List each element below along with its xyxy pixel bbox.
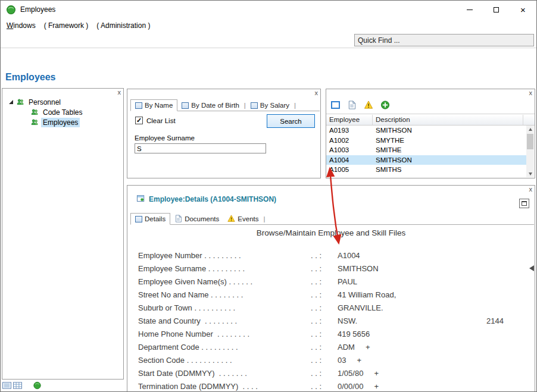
expander-icon[interactable] — [8, 99, 14, 105]
cell-description: SMITHSON — [373, 156, 526, 164]
tab-grid-icon — [135, 102, 142, 109]
field-value[interactable]: A1004 — [338, 251, 360, 260]
detail-field-row: Start Date (DDMMYY) . . . . . . .. . :1/… — [138, 369, 531, 382]
grid-icon[interactable] — [13, 381, 22, 390]
table-row[interactable]: A1006SMITHERS — [326, 175, 526, 178]
form-title: Browse/Maintain Employee and Skill Files — [127, 228, 535, 237]
detail-field-row: Suburb or Town . . . . . . . . . .. . :G… — [138, 303, 531, 316]
vertical-scrollbar[interactable] — [526, 126, 534, 177]
panel-close-icon[interactable]: x — [315, 89, 319, 96]
panel-close-icon[interactable]: x — [529, 186, 533, 193]
statusbar-icons — [2, 381, 42, 390]
field-value[interactable]: SMITHSON — [338, 264, 379, 273]
document-icon[interactable] — [347, 101, 357, 109]
splitter-collapse-icon[interactable] — [529, 265, 534, 271]
tree-item-personnel[interactable]: Personnel — [2, 97, 123, 107]
column-header-employee[interactable]: Employee — [326, 115, 373, 125]
tab-by-name[interactable]: By Name — [130, 99, 177, 111]
table-row-selected[interactable]: A1004SMITHSON — [326, 155, 526, 165]
keyboard-icon[interactable] — [2, 381, 11, 390]
page-title: Employees — [5, 72, 55, 83]
tab-events[interactable]: Events — [223, 213, 263, 224]
add-icon[interactable] — [380, 101, 390, 109]
table-row[interactable]: A0193SMITHSON — [326, 126, 526, 136]
field-value[interactable]: GRANVILLE. — [338, 303, 383, 312]
tab-details[interactable]: Details — [130, 213, 170, 225]
search-button[interactable]: Search — [267, 114, 315, 128]
field-label: Termination Date (DDMMYY) . . . . — [138, 382, 258, 391]
panel-close-icon[interactable]: x — [529, 89, 533, 96]
field-extra-value[interactable]: 2144 — [486, 316, 504, 325]
cell-description: SMITHSON — [373, 127, 526, 134]
menu-item-administration[interactable]: ( Administration ) — [92, 20, 154, 32]
panel-close-icon[interactable]: x — [118, 89, 121, 96]
cell-employee: A1003 — [326, 146, 373, 153]
prompt-plus-button[interactable]: + — [357, 356, 361, 365]
field-label: State and Country . . . . . . . . — [138, 316, 237, 325]
details-fields: Employee Number . . . . . . . . .. . :A1… — [138, 251, 531, 392]
field-separator: . . : — [311, 316, 321, 325]
green-app-icon[interactable] — [33, 381, 42, 390]
field-value[interactable]: 419 5656 — [338, 330, 370, 338]
list-header: Employee Description — [326, 115, 535, 126]
close-icon: × — [520, 5, 526, 14]
scrollbar-thumb[interactable] — [527, 134, 533, 149]
minimize-button[interactable] — [456, 1, 483, 18]
quick-find-input[interactable]: Quick Find ... — [354, 34, 534, 46]
tab-documents[interactable]: Documents — [170, 213, 223, 224]
tree-item-employees[interactable]: Employees — [2, 117, 123, 127]
field-value[interactable]: 1/05/80 — [338, 369, 363, 378]
scroll-up-icon[interactable] — [526, 126, 534, 133]
clear-list-checkbox[interactable] — [135, 117, 143, 124]
tab-grid-icon — [251, 102, 258, 109]
prompt-plus-button[interactable]: + — [374, 369, 379, 378]
tab-label: By Salary — [260, 102, 289, 109]
detail-field-row: Home Phone Number . . . . . . . .. . :41… — [138, 330, 531, 343]
table-row[interactable]: A1003SMITHE — [326, 145, 526, 155]
maximize-button[interactable] — [483, 1, 510, 18]
tree-item-label-selected: Employees — [41, 118, 80, 127]
tab-by-salary[interactable]: By Salary — [246, 100, 294, 111]
field-label: Suburb or Town . . . . . . . . . . — [138, 303, 235, 312]
maximize-icon — [522, 201, 527, 206]
clear-list-row: Clear List — [135, 117, 176, 124]
cell-description: SMITHS — [373, 166, 526, 173]
cell-employee: A1002 — [326, 137, 373, 144]
prompt-plus-button[interactable]: + — [374, 382, 379, 391]
prompt-plus-button[interactable]: + — [366, 343, 370, 352]
surname-input[interactable] — [135, 143, 266, 153]
menu-item-windows[interactable]: Windows — [2, 20, 40, 32]
scroll-down-icon[interactable] — [526, 170, 534, 177]
panel-maximize-button[interactable] — [519, 199, 529, 208]
tree-item-code-tables[interactable]: Code Tables — [2, 107, 123, 117]
cell-description: SMITHE — [373, 146, 526, 153]
table-row[interactable]: A1002SMYTHE — [326, 136, 526, 146]
tree-item-label: Personnel — [27, 98, 63, 107]
cell-description: SMYTHE — [373, 137, 526, 144]
tab-label: Events — [238, 215, 258, 222]
field-separator: . . : — [311, 303, 321, 312]
detail-field-row: Street No and Name . . . . . . . .. . :4… — [138, 290, 531, 303]
field-separator: . . : — [311, 330, 321, 338]
cell-description: SMITHERS — [373, 176, 526, 177]
field-value[interactable]: NSW. — [338, 316, 357, 325]
column-header-description[interactable]: Description — [373, 115, 523, 125]
field-value[interactable]: 03 — [338, 356, 346, 365]
field-value[interactable]: ADM — [338, 343, 355, 352]
tab-label: Details — [145, 215, 166, 222]
table-row[interactable]: A1005SMITHS — [326, 165, 526, 175]
field-value[interactable]: 0/00/00 — [338, 382, 363, 391]
clear-list-label: Clear List — [146, 117, 176, 124]
menu-item-framework[interactable]: ( Framework ) — [40, 20, 93, 32]
close-button[interactable]: × — [510, 1, 536, 18]
tab-label: By Date of Birth — [191, 102, 239, 109]
field-value[interactable]: PAUL — [338, 277, 357, 286]
field-label: Department Code . . . . . . . . . — [138, 343, 238, 352]
select-icon[interactable] — [331, 101, 340, 109]
field-separator: . . : — [311, 343, 321, 352]
cell-employee: A1005 — [326, 166, 373, 173]
tab-by-date-of-birth[interactable]: By Date of Birth — [177, 100, 243, 111]
warning-icon[interactable] — [364, 101, 373, 109]
field-value[interactable]: 41 William Road, — [338, 290, 396, 299]
field-separator: . . : — [311, 369, 321, 378]
